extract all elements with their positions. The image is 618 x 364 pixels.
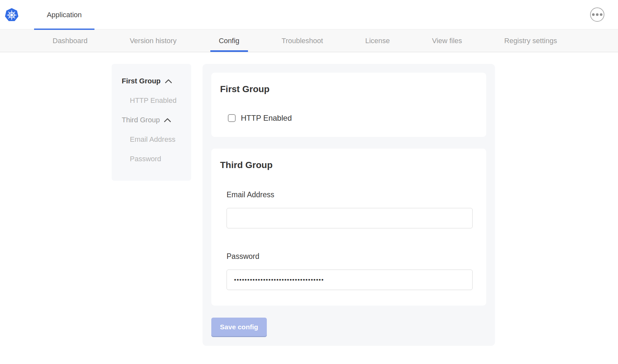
email-address-label: Email Address (227, 190, 486, 199)
config-nav-sidebar: First Group HTTP Enabled Third Group Ema… (112, 64, 191, 181)
tab-view-files[interactable]: View files (432, 30, 462, 52)
app-tab-application[interactable]: Application (34, 0, 94, 30)
save-config-button[interactable]: Save config (211, 318, 267, 336)
config-nav-item-http-enabled[interactable]: HTTP Enabled (112, 91, 191, 110)
config-group-card-first: First Group HTTP Enabled (211, 73, 486, 137)
config-nav-group-third[interactable]: Third Group (112, 110, 191, 130)
email-address-input[interactable] (227, 208, 473, 228)
config-nav-group-label: First Group (122, 77, 161, 85)
ellipsis-icon (596, 13, 599, 16)
tab-config[interactable]: Config (219, 30, 240, 52)
tab-license[interactable]: License (365, 30, 390, 52)
overflow-menu-button[interactable] (590, 7, 604, 22)
group-title: Third Group (211, 149, 486, 170)
kubernetes-logo-icon (5, 7, 19, 23)
config-nav-item-password[interactable]: Password (112, 149, 191, 169)
ellipsis-icon (600, 13, 602, 16)
admin-console-page: Application Dashboard Version history Co… (0, 0, 618, 364)
tab-registry-settings[interactable]: Registry settings (504, 30, 557, 52)
ellipsis-icon (592, 13, 595, 16)
config-panel: First Group HTTP Enabled Third Group Ema… (203, 64, 495, 346)
tab-troubleshoot[interactable]: Troubleshoot (282, 30, 323, 52)
app-header: Application (0, 0, 618, 30)
http-enabled-label: HTTP Enabled (241, 114, 292, 123)
config-nav-group-label: Third Group (122, 116, 160, 124)
group-title: First Group (211, 73, 486, 94)
http-enabled-row: HTTP Enabled (228, 114, 486, 123)
config-nav-group-first[interactable]: First Group (112, 71, 191, 91)
chevron-up-icon (164, 118, 171, 122)
config-nav-item-email-address[interactable]: Email Address (112, 130, 191, 149)
config-page-body: First Group HTTP Enabled Third Group Ema… (0, 52, 618, 364)
config-group-card-third: Third Group Email Address Password (211, 149, 486, 306)
tab-version-history[interactable]: Version history (130, 30, 177, 52)
password-label: Password (227, 252, 486, 261)
password-input[interactable] (227, 270, 473, 290)
chevron-up-icon (165, 79, 172, 83)
http-enabled-checkbox[interactable] (228, 114, 236, 122)
section-tabs: Dashboard Version history Config Trouble… (0, 30, 618, 52)
tab-dashboard[interactable]: Dashboard (53, 30, 88, 52)
